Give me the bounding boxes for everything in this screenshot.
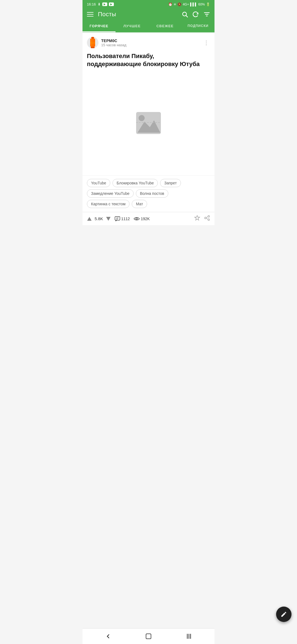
svg-marker-20 (195, 215, 200, 220)
tag-ban[interactable]: Запрет (160, 179, 181, 187)
tag-image-text[interactable]: Картинка с текстом (87, 200, 130, 208)
youtube-status-icon (102, 2, 107, 6)
svg-rect-26 (146, 634, 151, 639)
svg-line-24 (206, 217, 208, 218)
bookmark-button[interactable] (194, 215, 200, 222)
app-bar: Посты (82, 8, 215, 21)
svg-line-25 (206, 219, 208, 219)
tag-wave-posts[interactable]: Волна постов (136, 189, 168, 198)
thermos-icon (88, 37, 97, 48)
refresh-button[interactable] (193, 11, 199, 18)
svg-rect-5 (91, 37, 94, 39)
network-icon: 4G+ (183, 2, 189, 6)
author-time: 15 часов назад (101, 43, 127, 47)
author-name[interactable]: ТЕРМ0С (101, 39, 127, 43)
menu-button[interactable] (87, 12, 94, 17)
svg-rect-16 (115, 217, 120, 220)
status-left: 16:16 ⬇ (87, 2, 114, 6)
views-section: 192K (134, 217, 150, 221)
svg-point-12 (139, 115, 145, 121)
tab-best[interactable]: ЛУЧШЕЕ (116, 21, 148, 32)
bluetooth-icon: ✳ (174, 2, 176, 6)
tabs-bar: ГОРЯЧЕЕ ЛУЧШЕЕ СВЕЖЕЕ ПОДПИСКИ (82, 21, 215, 32)
home-button[interactable] (140, 632, 157, 641)
more-options-button[interactable]: ⋮ (202, 38, 210, 47)
svg-rect-8 (91, 47, 95, 48)
svg-line-1 (186, 16, 188, 17)
download-icon: ⬇ (98, 2, 101, 6)
tag-youtube[interactable]: YouTube (87, 179, 110, 187)
tag-blockage-youtube[interactable]: Блокировка YouTube (112, 179, 158, 187)
nav-bar (82, 628, 215, 644)
tag-mat[interactable]: Мат (132, 200, 147, 208)
svg-marker-14 (87, 217, 92, 221)
svg-rect-9 (90, 42, 95, 44)
youtube-status-icon2 (109, 2, 114, 6)
svg-point-19 (136, 218, 138, 220)
tags-section: YouTube Блокировка YouTube Запрет Замедл… (82, 175, 215, 212)
status-time: 16:16 (87, 2, 96, 6)
broken-image-icon (136, 112, 161, 134)
filter-button[interactable] (204, 11, 210, 18)
author-info: ТЕРМ0С 15 часов назад (101, 39, 127, 47)
alarm-icon: ⏰ (168, 2, 172, 6)
post-card: ТЕРМ0С 15 часов назад ⋮ Пользователи Пик… (82, 33, 215, 225)
back-button[interactable] (99, 632, 117, 641)
comments-section[interactable]: 1112 (115, 216, 130, 221)
status-right: ⏰ ✳ 🔕 4G+ ▌▌▌ 60% 🔋 (168, 2, 210, 6)
battery-icon: 🔋 (206, 2, 210, 6)
post-image (82, 71, 215, 175)
tab-hot[interactable]: ГОРЯЧЕЕ (82, 21, 116, 32)
menu-line-1 (87, 12, 94, 13)
post-header: ТЕРМ0С 15 часов назад ⋮ (82, 33, 215, 51)
page-title: Посты (98, 11, 177, 18)
post-title[interactable]: Пользователи Пикабу, поддерживающие блок… (82, 51, 215, 71)
vote-down-button[interactable] (106, 216, 111, 221)
recent-apps-button[interactable] (180, 632, 198, 641)
tab-subscriptions[interactable]: ПОДПИСКИ (182, 21, 215, 32)
search-button[interactable] (182, 11, 188, 18)
tag-slowdown-youtube[interactable]: Замедление YouTube (87, 189, 134, 198)
battery-level: 60% (198, 2, 205, 6)
mute-icon: 🔕 (177, 2, 182, 6)
signal-bars-icon: ▌▌▌ (190, 2, 197, 6)
vote-up-button[interactable] (87, 216, 92, 221)
share-button[interactable] (204, 215, 210, 222)
vote-count: 5.8K (95, 216, 103, 221)
tab-fresh[interactable]: СВЕЖЕЕ (148, 21, 182, 32)
comments-count: 1112 (121, 217, 130, 221)
post-actions-bar: 5.8K 1112 192K (82, 212, 215, 225)
status-bar: 16:16 ⬇ ⏰ ✳ 🔕 4G+ ▌▌▌ 60% 🔋 (82, 0, 215, 8)
views-count: 192K (141, 217, 150, 221)
avatar[interactable] (87, 37, 98, 48)
menu-line-2 (87, 14, 94, 15)
svg-marker-15 (106, 217, 111, 221)
post-author: ТЕРМ0С 15 часов назад (87, 37, 127, 48)
menu-line-3 (87, 16, 94, 17)
